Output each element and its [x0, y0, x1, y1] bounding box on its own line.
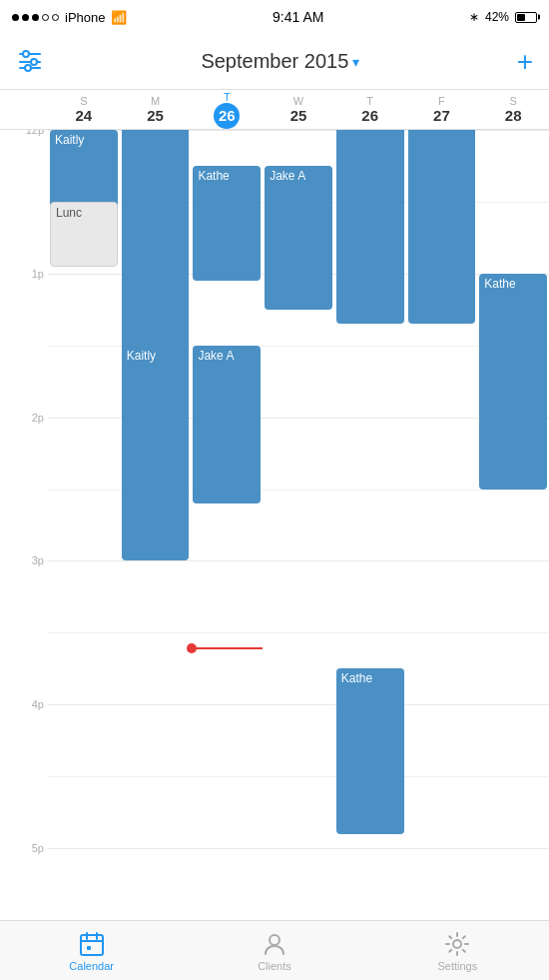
day-label-6: S [509, 95, 516, 107]
time-label-5: 5p [0, 842, 44, 854]
half-hour-line-3 [48, 632, 549, 633]
day-header-spacer [0, 90, 48, 129]
time-column: 12p1p2p3p4p5p [0, 130, 48, 920]
calendar-icon [78, 930, 106, 958]
day-num-6: 28 [505, 107, 522, 124]
tab-bar: Calendar Clients Settings [0, 920, 549, 980]
event-e4[interactable]: Kaitly [122, 346, 190, 561]
day-header-t26b[interactable]: T 26 [334, 90, 406, 129]
event-lunch[interactable]: Lunc [50, 202, 118, 267]
event-e9[interactable]: Kathe [408, 130, 476, 324]
tab-calendar-label: Calendar [69, 960, 114, 972]
time-label-2: 2p [0, 412, 44, 424]
event-e7[interactable]: Jake A [193, 346, 261, 503]
day-num-3: 25 [290, 107, 307, 124]
time-label-1: 1p [0, 268, 44, 280]
clients-icon [261, 930, 288, 958]
tab-calendar[interactable]: Calendar [0, 930, 183, 972]
dot4 [42, 14, 49, 21]
day-header-w25[interactable]: W 25 [263, 90, 334, 129]
day-header-s24[interactable]: S 24 [48, 90, 120, 129]
filter-button[interactable] [16, 46, 44, 78]
svg-rect-6 [81, 935, 103, 955]
status-right: ∗ 42% [469, 10, 537, 24]
signal-dots [12, 14, 59, 21]
svg-point-11 [270, 935, 279, 945]
chevron-down-icon: ▾ [352, 54, 359, 70]
event-e6[interactable]: Jake A [265, 166, 332, 310]
tab-clients-label: Clients [258, 960, 291, 972]
svg-rect-10 [87, 946, 91, 950]
svg-point-12 [453, 940, 461, 948]
day-label-4: T [366, 95, 373, 107]
event-e11[interactable]: Kathe [336, 668, 404, 833]
events-grid: KaitlyLuncKaitlyKaitlyKatheJake AJake AK… [48, 130, 549, 920]
day-header-t26[interactable]: T 26 [191, 90, 263, 129]
current-time-dot [187, 643, 197, 653]
dot3 [32, 14, 39, 21]
today-circle: 26 [214, 103, 240, 129]
day-label-3: W [293, 95, 303, 107]
tab-settings-label: Settings [437, 960, 477, 972]
svg-point-1 [23, 51, 29, 57]
carrier-label: iPhone [65, 10, 105, 25]
event-e10[interactable]: Kathe [479, 274, 547, 490]
day-label-0: S [80, 95, 87, 107]
time-label-0: 12p [0, 130, 44, 136]
bluetooth-icon: ∗ [469, 10, 479, 24]
battery-fill [517, 14, 525, 21]
month-title-text: September 2015 [201, 50, 348, 73]
hour-line-5 [48, 848, 549, 849]
battery-percent: 42% [485, 10, 509, 24]
status-left: iPhone 📶 [12, 10, 127, 25]
event-e5[interactable]: Kathe [193, 166, 261, 281]
current-time-indicator [191, 647, 263, 649]
day-header-s28[interactable]: S 28 [477, 90, 549, 129]
tab-clients[interactable]: Clients [183, 930, 365, 972]
battery-icon [515, 12, 537, 23]
event-e8[interactable]: Kathe [336, 130, 404, 324]
day-label-2: T [224, 91, 231, 103]
wifi-icon: 📶 [111, 10, 127, 25]
day-headers: S 24 M 25 T 26 W 25 T 26 F 27 S 28 [0, 90, 549, 130]
dot1 [12, 14, 19, 21]
day-label-5: F [438, 95, 445, 107]
status-bar: iPhone 📶 9:41 AM ∗ 42% [0, 0, 549, 34]
dot5 [52, 14, 59, 21]
time-label-3: 3p [0, 554, 44, 566]
svg-point-5 [25, 65, 31, 71]
hour-line-4 [48, 704, 549, 705]
add-event-button[interactable]: + [517, 48, 533, 76]
time-label-4: 4p [0, 698, 44, 710]
filter-icon [16, 46, 44, 74]
day-num-0: 24 [76, 107, 93, 124]
hour-line-3 [48, 560, 549, 561]
calendar-area: 12p1p2p3p4p5p KaitlyLuncKaitlyKaitlyKath… [0, 130, 549, 920]
status-time: 9:41 AM [273, 9, 323, 25]
day-header-m25[interactable]: M 25 [120, 90, 192, 129]
header: September 2015 ▾ + [0, 34, 549, 90]
settings-icon [443, 930, 471, 958]
dot2 [22, 14, 29, 21]
half-hour-line-4 [48, 776, 549, 777]
day-header-f27[interactable]: F 27 [406, 90, 478, 129]
day-num-5: 27 [433, 107, 450, 124]
day-label-1: M [151, 95, 160, 107]
day-num-1: 25 [147, 107, 164, 124]
day-num-2: 26 [219, 107, 236, 124]
tab-settings[interactable]: Settings [366, 930, 549, 972]
day-num-4: 26 [361, 107, 378, 124]
month-title[interactable]: September 2015 ▾ [201, 50, 359, 73]
svg-point-3 [31, 59, 37, 65]
